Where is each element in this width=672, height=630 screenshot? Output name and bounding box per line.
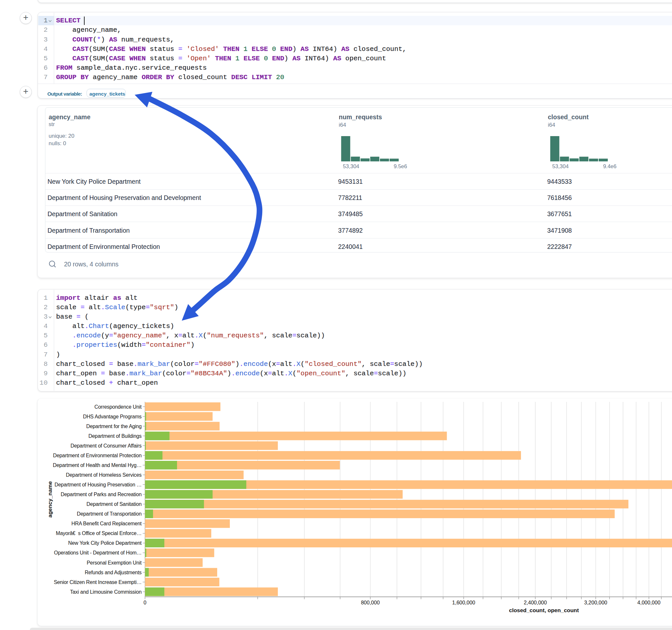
- svg-text:Mayorâ€ s Office of Special E: Mayorâ€ s Office of Special Enforce…: [56, 531, 142, 536]
- svg-text:Department of Consumer Affairs: Department of Consumer Affairs: [70, 443, 142, 449]
- svg-text:HRA Benefit Card Replacement: HRA Benefit Card Replacement: [71, 521, 142, 526]
- svg-text:New York City Police Departmen: New York City Police Department: [68, 540, 142, 546]
- svg-text:Refunds and Adjustments: Refunds and Adjustments: [85, 570, 142, 575]
- svg-text:4,000,000: 4,000,000: [637, 600, 660, 605]
- svg-text:Taxi and Limousine Commission: Taxi and Limousine Commission: [70, 589, 142, 595]
- svg-text:Department of Transportation: Department of Transportation: [76, 511, 141, 516]
- svg-text:3,200,000: 3,200,000: [584, 600, 607, 605]
- svg-text:Department for the Aging: Department for the Aging: [86, 423, 141, 429]
- svg-text:2,400,000: 2,400,000: [524, 600, 547, 605]
- svg-text:DHS Advantage Programs: DHS Advantage Programs: [83, 414, 141, 419]
- svg-text:Correspondence Unit: Correspondence Unit: [94, 404, 142, 410]
- svg-text:Department of Environmental Pr: Department of Environmental Protection: [53, 453, 141, 458]
- svg-text:800,000: 800,000: [361, 600, 380, 605]
- svg-text:Department of Sanitation: Department of Sanitation: [86, 501, 141, 507]
- svg-text:closed_count, open_count: closed_count, open_count: [509, 607, 579, 613]
- svg-text:0: 0: [143, 600, 146, 605]
- svg-text:Department of Parks and Recrea: Department of Parks and Recreation: [61, 492, 142, 497]
- svg-text:Personal Exemption Unit: Personal Exemption Unit: [87, 560, 142, 565]
- svg-text:Department of Buildings: Department of Buildings: [88, 433, 141, 439]
- svg-text:Senior Citizen Rent Increase E: Senior Citizen Rent Increase Exempti…: [53, 579, 141, 585]
- svg-text:Department of Health and Menta: Department of Health and Mental Hyg…: [53, 462, 142, 468]
- svg-text:agency_name: agency_name: [47, 481, 53, 517]
- svg-text:1,600,000: 1,600,000: [452, 600, 475, 605]
- svg-text:Department of Housing Preserva: Department of Housing Preservation …: [54, 482, 142, 487]
- svg-text:Operations Unit - Department o: Operations Unit - Department of Hom…: [54, 550, 141, 555]
- svg-text:Department of Homeless Service: Department of Homeless Services: [66, 472, 142, 478]
